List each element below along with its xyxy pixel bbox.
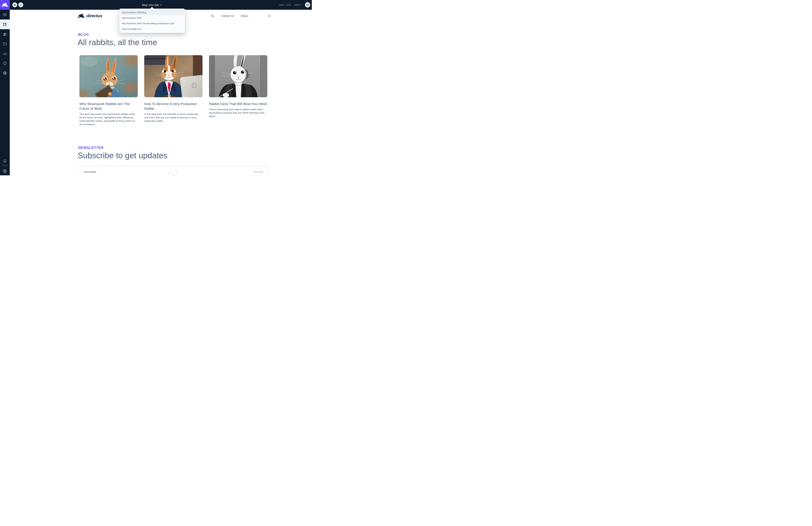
nav-about[interactable]: About [241, 14, 250, 17]
post-image-business-rabbit[interactable] [144, 55, 203, 97]
module-content[interactable] [0, 10, 10, 19]
nav-contact-us[interactable]: Contact Us [221, 14, 234, 17]
notifications-button[interactable] [0, 156, 10, 165]
sidebar-divider [2, 165, 8, 165]
newsletter-title: Subscribe to get updates [78, 151, 168, 160]
url-option-blog[interactable]: http://localhost:3000/blog [120, 10, 184, 15]
url-option-home[interactable]: http://localhost:3000 [120, 15, 184, 21]
directus-rabbit-icon [2, 3, 8, 7]
site-preview-frame: directus Contact Us About [10, 10, 312, 175]
directus-rabbit-icon [78, 14, 85, 18]
chevron-down-icon [249, 15, 250, 17]
module-files[interactable] [0, 39, 10, 49]
help-icon: ? [3, 61, 7, 65]
module-insights[interactable] [0, 49, 10, 58]
module-help[interactable]: ? [0, 58, 10, 68]
users-icon [3, 32, 7, 36]
collapse-sidebar-button[interactable] [12, 2, 17, 7]
post-description: These interesting facts about rabbits ma… [209, 108, 267, 118]
directus-logo-tile[interactable] [0, 0, 10, 10]
newsletter-eyebrow: NEWSLETTER [78, 146, 104, 150]
viewport-dimensions-readout: 1860 × 1020 [279, 4, 291, 6]
devices-icon [306, 3, 309, 6]
url-dropdown-menu: http://localhost:3000/blog http://localh… [119, 9, 185, 33]
blog-post-card: How To Become A Very Productive Rabbit I… [144, 55, 203, 126]
first-name-field-label: First Name [84, 171, 96, 173]
module-bar: ? [0, 0, 10, 175]
blog-post-card: Rabbit Facts That Will Blow Your Mind Th… [209, 55, 267, 126]
zoom-level-value: 100% [294, 4, 300, 6]
account-circle-icon [3, 169, 7, 173]
post-title[interactable]: Why Steampunk Rabbits Are The Future of … [79, 101, 138, 111]
blog-post-card: Why Steampunk Rabbits Are The Future of … [79, 55, 138, 126]
nuxt-mountains-icon [171, 173, 176, 175]
sun-icon [268, 14, 271, 17]
edit-square-icon [3, 22, 7, 27]
responsive-preview-button[interactable] [305, 2, 310, 8]
edit-mode-button[interactable] [18, 2, 23, 7]
page-title: Blog | Your Site [142, 3, 159, 6]
url-option-visual-editing[interactable]: http://localhost:3000/?visual-editing=tr… [120, 21, 184, 26]
site-brand-logo[interactable]: directus [78, 13, 102, 18]
search-icon[interactable] [211, 14, 214, 18]
post-description: This post discusses how steampunk rabbit… [79, 112, 138, 126]
theme-toggle-button[interactable] [267, 13, 272, 19]
post-description: In this blog post, we will look at some … [144, 112, 203, 122]
url-option-example[interactable]: https://example.com [120, 26, 184, 32]
folder-icon [3, 42, 7, 46]
directus-visual-editor-window: ? [0, 0, 312, 175]
zoom-level-control[interactable]: 100% [294, 4, 302, 6]
blog-eyebrow: BLOG [78, 32, 89, 37]
gear-icon [3, 71, 7, 75]
post-image-victorian-rabbit[interactable] [209, 55, 267, 97]
svg-text:?: ? [4, 62, 5, 64]
post-title[interactable]: Rabbit Facts That Will Blow Your Mind [209, 101, 267, 106]
brand-wordmark: directus [86, 13, 102, 18]
account-button[interactable] [0, 167, 10, 175]
blog-post-grid: Why Steampunk Rabbits Are The Future of … [79, 55, 267, 126]
newsletter-form-card: First Name *Required [78, 166, 269, 175]
sparkle-wave-icon [3, 52, 7, 56]
pencil-icon [19, 3, 22, 6]
box-icon [3, 13, 7, 17]
editor-top-bar: Blog | Your Site 1860 × 1020 100% [10, 0, 312, 10]
required-note: *Required [253, 171, 263, 173]
chevron-down-icon [160, 4, 162, 6]
module-settings[interactable] [0, 68, 10, 78]
module-users[interactable] [0, 29, 10, 39]
blog-page-title: All rabbits, all the time [78, 38, 157, 47]
chevron-down-icon [300, 4, 302, 6]
post-image-steampunk-rabbit[interactable] [79, 55, 138, 97]
panel-collapse-icon [13, 3, 16, 6]
bell-icon [3, 159, 7, 163]
post-title[interactable]: How To Become A Very Productive Rabbit [144, 101, 203, 111]
module-visual-editor[interactable] [0, 19, 10, 29]
